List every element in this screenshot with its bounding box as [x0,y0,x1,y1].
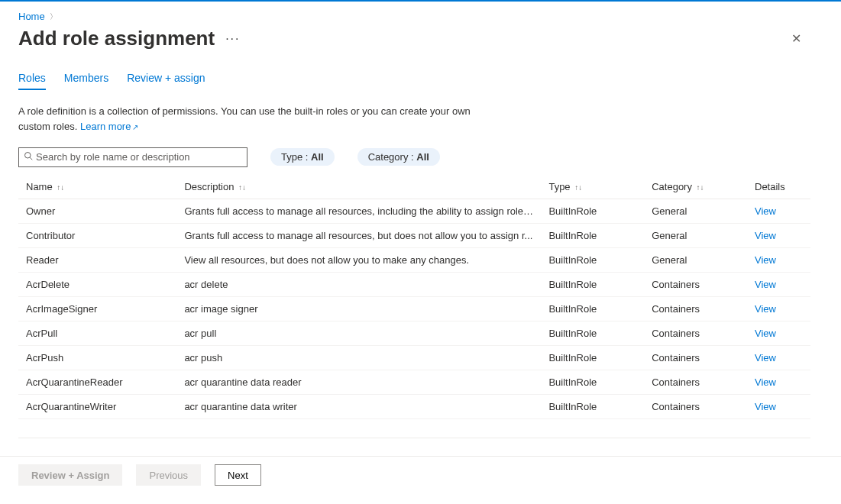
view-link[interactable]: View [755,328,776,339]
previous-button: Previous [136,464,201,486]
footer-bar: Review + Assign Previous Next [0,456,841,493]
col-header-category[interactable]: Category ↑↓ [644,175,747,199]
next-button[interactable]: Next [215,464,261,486]
tab-members[interactable]: Members [64,72,108,90]
col-header-description[interactable]: Description ↑↓ [176,175,541,199]
view-link[interactable]: View [755,230,776,241]
cell-name: AcrImageSigner [18,296,176,321]
view-link[interactable]: View [755,376,776,388]
sort-icon: ↑↓ [574,183,582,192]
svg-point-0 [25,153,31,159]
view-link[interactable]: View [755,401,776,412]
cell-name: AcrPush [18,345,176,370]
table-row[interactable]: AcrDeleteacr deleteBuiltInRoleContainers… [18,272,810,296]
tabs: Roles Members Review + assign [18,72,810,90]
filter-type-label: Type : [281,151,311,163]
cell-category: General [644,247,747,272]
cell-description: acr delete [176,272,541,296]
filter-type-pill[interactable]: Type : All [270,148,335,166]
cell-category: Containers [644,345,747,370]
cell-description: acr image signer [176,296,541,321]
cell-name: Reader [18,247,176,272]
view-link[interactable]: View [755,303,776,315]
cell-description: Grants full access to manage all resourc… [176,223,541,247]
roles-table: Name ↑↓ Description ↑↓ Type ↑↓ Category … [18,175,810,419]
cell-category: Containers [644,394,747,418]
col-header-name[interactable]: Name ↑↓ [18,175,176,199]
breadcrumb: Home 〉 [18,11,810,22]
cell-type: BuiltInRole [541,296,644,321]
table-row[interactable]: AcrPushacr pushBuiltInRoleContainersView [18,345,810,370]
cell-description: acr push [176,345,541,370]
cell-type: BuiltInRole [541,272,644,296]
page-title: Add role assignment [18,27,215,50]
cell-name: AcrQuarantineReader [18,370,176,394]
col-header-details: Details [747,175,810,199]
chevron-right-icon: 〉 [50,11,57,22]
cell-category: Containers [644,272,747,296]
learn-more-link[interactable]: Learn more [80,121,138,132]
cell-type: BuiltInRole [541,247,644,272]
sort-icon: ↑↓ [697,183,704,192]
view-link[interactable]: View [755,352,776,363]
cell-name: AcrPull [18,321,176,345]
tab-roles[interactable]: Roles [18,72,46,90]
cell-type: BuiltInRole [541,345,644,370]
cell-name: Owner [18,199,176,223]
cell-type: BuiltInRole [541,370,644,394]
cell-type: BuiltInRole [541,321,644,345]
cell-description: acr quarantine data reader [176,370,541,394]
cell-name: AcrDelete [18,272,176,296]
close-icon[interactable]: ✕ [788,28,804,49]
table-row[interactable]: OwnerGrants full access to manage all re… [18,199,810,223]
cell-category: General [644,199,747,223]
cell-category: Containers [644,370,747,394]
cell-type: BuiltInRole [541,394,644,418]
sort-icon: ↑↓ [238,183,246,192]
description-prefix: custom roles. [18,121,77,132]
cell-description: View all resources, but does not allow y… [176,247,541,272]
svg-line-1 [30,157,32,160]
cell-description: acr quarantine data writer [176,394,541,418]
cell-type: BuiltInRole [541,199,644,223]
cell-category: Containers [644,321,747,345]
description-text-2: custom roles. Learn more [18,121,810,132]
description-text: A role definition is a collection of per… [18,104,492,119]
table-row[interactable]: AcrImageSigneracr image signerBuiltInRol… [18,296,810,321]
sort-icon: ↑↓ [57,183,64,192]
tab-review-assign[interactable]: Review + assign [127,72,205,90]
filter-category-label: Category : [368,151,417,163]
table-row[interactable]: AcrQuarantineReaderacr quarantine data r… [18,370,810,394]
search-icon [24,151,33,163]
cell-name: AcrQuarantineWriter [18,394,176,418]
cell-category: General [644,223,747,247]
view-link[interactable]: View [755,205,776,217]
cell-description: acr pull [176,321,541,345]
breadcrumb-home-link[interactable]: Home [18,11,45,22]
review-assign-button: Review + Assign [18,464,122,486]
cell-description: Grants full access to manage all resourc… [176,199,541,223]
cell-category: Containers [644,296,747,321]
view-link[interactable]: View [755,254,776,266]
table-row[interactable]: ReaderView all resources, but does not a… [18,247,810,272]
view-link[interactable]: View [755,279,776,290]
table-row[interactable]: ContributorGrants full access to manage … [18,223,810,247]
search-input[interactable] [36,151,242,163]
more-actions-button[interactable]: ··· [225,32,240,46]
col-header-type[interactable]: Type ↑↓ [541,175,644,199]
cell-type: BuiltInRole [541,223,644,247]
table-row[interactable]: AcrPullacr pullBuiltInRoleContainersView [18,321,810,345]
table-row[interactable]: AcrQuarantineWriteracr quarantine data w… [18,394,810,418]
filter-category-pill[interactable]: Category : All [357,148,440,166]
search-box[interactable] [18,147,247,167]
filter-category-value: All [416,151,429,163]
cell-name: Contributor [18,223,176,247]
filter-type-value: All [311,151,324,163]
